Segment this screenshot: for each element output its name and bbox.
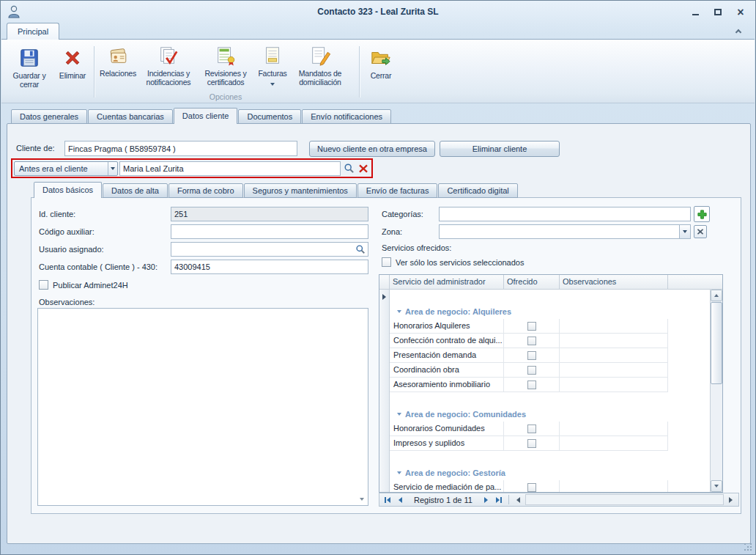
last-record-button[interactable] [493, 494, 505, 505]
datos-cliente-panel: Cliente de: Nuevo cliente en otra empres… [7, 123, 751, 544]
observaciones-cell[interactable] [560, 378, 668, 392]
close-window-button[interactable]: × [732, 6, 749, 18]
tab-datos-de-alta[interactable]: Datos de alta [103, 183, 168, 198]
scroll-thumb[interactable] [711, 302, 722, 384]
clear-client-button[interactable] [357, 162, 370, 175]
tab-certificado-digital[interactable]: Certificado digital [438, 183, 517, 198]
group-row-gestoria[interactable]: Area de negocio: Gestoría [379, 466, 710, 480]
observaciones-cell[interactable] [560, 480, 668, 492]
observaciones-cell[interactable] [560, 363, 668, 378]
eliminar-cliente-button[interactable]: Eliminar cliente [440, 141, 560, 157]
observaciones-cell[interactable] [560, 422, 668, 436]
usuario-asignado-input[interactable] [171, 242, 368, 257]
tab-datos-cliente[interactable]: Datos cliente [174, 108, 238, 124]
publicar-adminet-checkbox[interactable] [39, 280, 48, 290]
invoices-dropdown-icon[interactable] [270, 78, 275, 87]
column-header-servicio[interactable]: Servicio del administrador [390, 275, 504, 290]
horizontal-scrollbar[interactable] [525, 494, 724, 505]
incidents-button[interactable]: Incidencias y notificaciones [141, 41, 196, 88]
revisions-button[interactable]: Revisiones y certificados [198, 41, 253, 88]
service-row[interactable]: Presentación demanda [379, 348, 710, 363]
tab-datos-basicos[interactable]: Datos básicos [34, 182, 102, 198]
codigo-auxiliar-input[interactable] [171, 224, 368, 239]
cliente-de-input[interactable] [64, 141, 297, 156]
categorias-input[interactable] [439, 207, 691, 221]
collapse-group-icon[interactable] [397, 471, 401, 474]
nuevo-cliente-button[interactable]: Nuevo cliente en otra empresa [309, 141, 435, 157]
tab-envio-facturas[interactable]: Envío de facturas [357, 183, 438, 198]
tab-datos-generales[interactable]: Datos generales [11, 109, 87, 124]
ofrecido-checkbox[interactable] [527, 322, 536, 331]
ribbon-tab-principal[interactable]: Principal [7, 23, 59, 40]
delete-button[interactable]: Eliminar [54, 43, 91, 99]
group-row-comunidades[interactable]: Area de negocio: Comunidades [379, 407, 710, 422]
ofrecido-checkbox[interactable] [527, 351, 536, 360]
ver-solo-checkbox[interactable] [382, 257, 391, 267]
next-record-button[interactable] [480, 494, 492, 505]
ofrecido-checkbox[interactable] [527, 366, 536, 375]
codigo-auxiliar-label: Código auxiliar: [39, 227, 94, 236]
search-client-button[interactable] [342, 162, 355, 175]
column-header-ofrecido[interactable]: Ofrecido [504, 275, 560, 290]
observaciones-cell[interactable] [560, 319, 668, 334]
service-row[interactable]: Coordinación obra [379, 363, 710, 378]
invoices-button[interactable]: Facturas [255, 41, 290, 88]
restore-button[interactable] [709, 6, 727, 18]
cuenta-contable-input[interactable] [171, 260, 368, 274]
ofrecido-checkbox[interactable] [527, 337, 536, 345]
prev-record-button[interactable] [394, 494, 407, 505]
service-row[interactable]: Asesoramiento inmobiliario [379, 378, 710, 392]
observaciones-cell[interactable] [560, 436, 668, 451]
scroll-down-button[interactable] [711, 480, 722, 492]
tab-cuentas-bancarias[interactable]: Cuentas bancarias [88, 109, 173, 124]
service-row[interactable]: Honorarios Alquileres [379, 319, 710, 334]
usuario-search-icon[interactable] [355, 243, 366, 255]
ofrecido-checkbox[interactable] [527, 381, 536, 389]
antes-era-cliente-button[interactable]: Antes era el cliente [14, 161, 118, 176]
previous-client-input[interactable] [119, 161, 341, 176]
hscroll-right-button[interactable] [724, 494, 737, 505]
restore-icon [714, 9, 722, 15]
scroll-up-button[interactable] [711, 290, 722, 301]
resize-grip[interactable] [744, 543, 753, 552]
ribbon-separator [359, 46, 360, 98]
observaciones-scroll-icon[interactable] [357, 494, 367, 504]
tab-envio-notificaciones[interactable]: Envío notificaciones [302, 109, 391, 124]
cerrar-button[interactable]: Cerrar [363, 43, 399, 99]
observaciones-textarea[interactable] [37, 308, 368, 506]
group-row-alquileres[interactable]: Area de negocio: Alquileres [379, 304, 710, 319]
clear-zona-button[interactable] [694, 225, 707, 238]
grid-blank-row [379, 392, 710, 407]
tab-documentos[interactable]: Documentos [238, 109, 301, 124]
observaciones-cell[interactable] [560, 348, 668, 363]
usuario-asignado-label: Usuario asignado: [39, 245, 104, 254]
minimize-button[interactable] [686, 6, 704, 18]
first-record-button[interactable] [381, 494, 393, 505]
service-row[interactable]: Confección contrato de alqui... [379, 334, 710, 348]
mandates-button[interactable]: Mandatos de domiciliación [292, 41, 349, 88]
collapse-group-icon[interactable] [397, 413, 401, 416]
datos-basicos-panel: Id. cliente: Código auxiliar: Usuario as… [31, 197, 741, 514]
relations-button[interactable]: Relaciones [97, 41, 139, 88]
zona-combo[interactable] [439, 224, 691, 239]
service-row[interactable]: Impresos y suplidos [379, 436, 710, 451]
service-row[interactable]: Honorarios Comunidades [379, 422, 710, 436]
hscroll-left-button[interactable] [512, 494, 525, 505]
grid-vertical-scrollbar[interactable] [710, 290, 722, 492]
dropdown-arrow-icon[interactable] [108, 162, 117, 175]
tab-forma-de-cobro[interactable]: Forma de cobro [168, 183, 243, 198]
column-header-observaciones[interactable]: Observaciones [560, 275, 668, 290]
id-cliente-input[interactable] [171, 207, 368, 221]
ofrecido-checkbox[interactable] [527, 483, 536, 492]
service-row[interactable]: Servicio de mediación de pa... [379, 480, 710, 492]
observaciones-cell[interactable] [560, 334, 668, 348]
collapse-group-icon[interactable] [397, 310, 401, 313]
tab-seguros-mantenimientos[interactable]: Seguros y mantenimientos [244, 183, 357, 198]
collapse-ribbon-button[interactable] [732, 27, 745, 37]
ofrecido-checkbox[interactable] [527, 439, 536, 448]
add-categoria-button[interactable] [694, 206, 710, 222]
grid-blank-row [379, 451, 710, 466]
zona-dropdown-icon[interactable] [679, 225, 690, 238]
save-close-button[interactable]: Guardar y cerrar [9, 43, 50, 99]
ofrecido-checkbox[interactable] [527, 424, 536, 433]
